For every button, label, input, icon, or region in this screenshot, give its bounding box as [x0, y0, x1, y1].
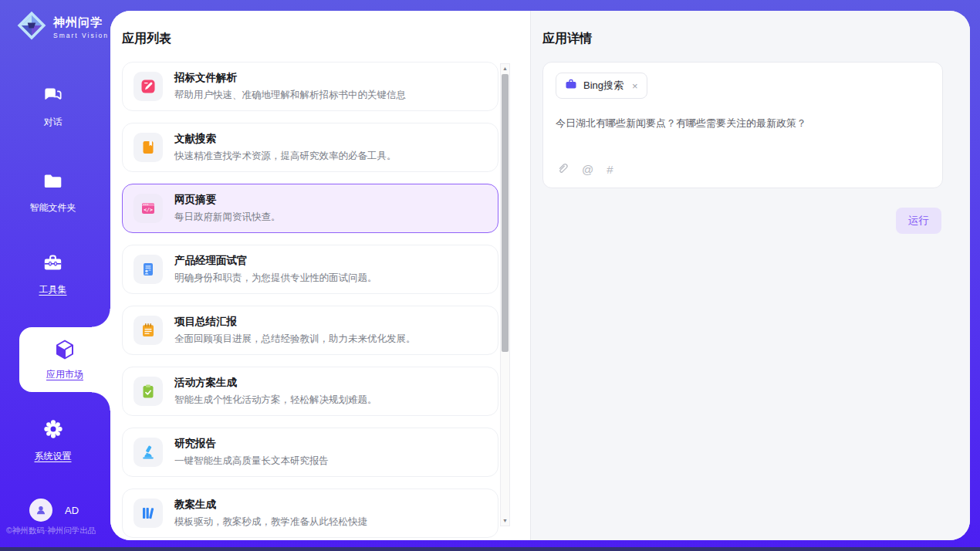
app-card-name: 网页摘要	[174, 193, 281, 207]
user-initials: AD	[65, 505, 79, 516]
sidebar-item-settings[interactable]: 系统设置	[0, 418, 106, 463]
prompt-card[interactable]: Bing搜索 × 今日湖北有哪些新闻要点？有哪些需要关注的最新政策？ @ #	[542, 62, 943, 188]
folder-icon	[42, 171, 63, 194]
app-card-desc: 明确身份和职责，为您提供专业性的面试问题。	[174, 272, 377, 285]
mention-icon[interactable]: @	[582, 163, 593, 176]
app-card-desc: 每日政府新闻资讯快查。	[174, 211, 281, 224]
bottom-edge-strip	[0, 547, 980, 551]
app-card-name: 文献搜索	[174, 132, 397, 146]
app-card-web-summary[interactable]: </> 网页摘要 每日政府新闻资讯快查。	[122, 184, 498, 233]
svg-text:</>: </>	[144, 207, 153, 213]
app-card-name: 项目总结汇报	[174, 315, 416, 329]
run-button[interactable]: 运行	[896, 208, 941, 234]
app-card-desc: 快速精准查找学术资源，提高研究效率的必备工具。	[174, 150, 397, 163]
tool-chip-label: Bing搜索	[583, 79, 623, 93]
app-card-name: 活动方案生成	[174, 376, 377, 390]
sidebar-item-label: 智能文件夹	[30, 201, 76, 215]
app-detail-panel: 应用详情 Bing搜索 × 今日湖北有哪些新闻要点？有哪些需要关注的最新政策？	[530, 11, 970, 540]
cube-icon	[53, 338, 76, 364]
scrollbar-up-arrow-icon[interactable]: ▲	[501, 64, 509, 73]
tool-chip-bing-search[interactable]: Bing搜索 ×	[556, 73, 647, 99]
user-account[interactable]: AD	[29, 499, 79, 522]
app-card-event-plan[interactable]: 活动方案生成 智能生成个性化活动方案，轻松解决规划难题。	[122, 367, 498, 416]
app-card-name: 产品经理面试官	[174, 254, 377, 268]
sidebar-item-app-market[interactable]: 应用市场	[19, 327, 110, 392]
app-card-name: 招标文件解析	[174, 71, 406, 85]
app-card-bid-parse[interactable]: 招标文件解析 帮助用户快速、准确地理解和解析招标书中的关键信息	[122, 62, 498, 111]
clipboard-check-icon	[133, 377, 163, 406]
avatar	[29, 499, 52, 522]
gear-icon	[42, 418, 64, 443]
sidebar-item-label: 对话	[44, 116, 63, 129]
microscope-icon	[133, 438, 163, 467]
app-card-desc: 智能生成个性化活动方案，轻松解决规划难题。	[174, 394, 377, 407]
books-icon	[133, 499, 163, 528]
app-window: 神州问学 Smart Vision 对话 智能文件夹	[0, 0, 980, 551]
brand-name: 神州问学	[53, 15, 109, 30]
app-card-project-summary[interactable]: 项目总结汇报 全面回顾项目进展，总结经验教训，助力未来优化发展。	[122, 306, 498, 355]
sidebar-item-label: 应用市场	[46, 368, 83, 381]
app-card-list: 招标文件解析 帮助用户快速、准确地理解和解析招标书中的关键信息 文献搜索 快速精…	[122, 62, 498, 538]
app-card-desc: 模板驱动，教案秒成，教学准备从此轻松快捷	[174, 516, 367, 529]
app-card-pm-interviewer[interactable]: 产品经理面试官 明确身份和职责，为您提供专业性的面试问题。	[122, 245, 498, 294]
chat-icon	[42, 85, 63, 109]
app-card-lesson-plan[interactable]: 教案生成 模板驱动，教案秒成，教学准备从此轻松快捷	[122, 488, 498, 538]
sidebar: 神州问学 Smart Vision 对话 智能文件夹	[0, 0, 110, 551]
resume-icon	[133, 255, 163, 284]
chip-close-icon[interactable]: ×	[632, 80, 638, 92]
app-list-scrollbar[interactable]: ▲ ▼	[500, 63, 510, 526]
brand-tagline: Smart Vision	[53, 32, 109, 39]
app-card-name: 教案生成	[174, 498, 367, 512]
app-card-desc: 全面回顾项目进展，总结经验教训，助力未来优化发展。	[174, 333, 416, 346]
app-list-title: 应用列表	[110, 11, 530, 47]
app-list-panel: 应用列表 招标文件解析 帮助用户快速、准确地理解和解析招标书中的关键信息	[110, 11, 530, 540]
sidebar-active-bubble: 应用市场	[19, 327, 110, 392]
brand-logo: 神州问学 Smart Vision	[15, 9, 109, 45]
paperclip-icon[interactable]	[556, 161, 569, 177]
edit-doc-icon	[133, 72, 163, 101]
app-card-name: 研究报告	[174, 437, 329, 451]
attachment-toolbar: @ #	[556, 161, 613, 177]
sidebar-item-label: 工具集	[39, 283, 67, 296]
main-content: 应用列表 招标文件解析 帮助用户快速、准确地理解和解析招标书中的关键信息	[110, 11, 970, 540]
app-card-literature-search[interactable]: 文献搜索 快速精准查找学术资源，提高研究效率的必备工具。	[122, 123, 498, 172]
sidebar-item-label: 系统设置	[35, 450, 72, 463]
browser-icon: </>	[133, 194, 163, 223]
app-card-research-report[interactable]: 研究报告 一键智能生成高质量长文本研究报告	[122, 428, 498, 477]
sidebar-item-chat[interactable]: 对话	[0, 85, 106, 129]
sidebar-item-smart-folder[interactable]: 智能文件夹	[0, 171, 106, 215]
book-icon	[133, 133, 163, 162]
hash-icon[interactable]: #	[607, 163, 613, 176]
app-detail-title: 应用详情	[531, 11, 970, 47]
toolbox-icon	[42, 252, 63, 276]
scrollbar-thumb[interactable]	[502, 74, 509, 352]
sidebar-item-toolset[interactable]: 工具集	[0, 252, 106, 296]
app-card-desc: 帮助用户快速、准确地理解和解析招标书中的关键信息	[174, 89, 406, 102]
app-card-desc: 一键智能生成高质量长文本研究报告	[174, 455, 329, 468]
prompt-text[interactable]: 今日湖北有哪些新闻要点？有哪些需要关注的最新政策？	[556, 117, 930, 130]
briefcase-icon	[565, 78, 577, 93]
scrollbar-down-arrow-icon[interactable]: ▼	[501, 516, 509, 526]
copyright-text: ©神州数码·神州问学出品	[6, 526, 96, 536]
notepad-icon	[133, 316, 163, 345]
diamond-logo-icon	[15, 9, 48, 45]
